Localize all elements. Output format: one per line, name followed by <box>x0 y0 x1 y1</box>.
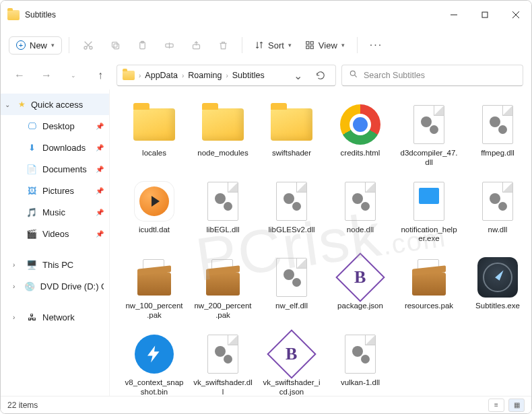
close-button[interactable] <box>500 1 531 29</box>
copy-button[interactable] <box>103 33 127 57</box>
file-grid: locales node_modules swiftshader credits… <box>122 99 525 396</box>
search-box[interactable]: Search Subtitles <box>341 65 523 86</box>
chevron-right-icon: › <box>139 72 141 79</box>
search-placeholder: Search Subtitles <box>364 71 425 80</box>
svg-rect-1 <box>482 12 488 18</box>
file-item[interactable]: credits.html <box>328 99 393 170</box>
sidebar-item-documents[interactable]: 📄 Documents 📌 <box>1 158 109 180</box>
sidebar-item-pictures[interactable]: 🖼 Pictures 📌 <box>1 180 109 201</box>
file-label: locales <box>142 149 166 158</box>
view-button[interactable]: View ▾ <box>300 37 350 54</box>
folder-icon <box>123 71 135 80</box>
file-item[interactable]: v8_context_snapshot.bin <box>122 329 187 396</box>
file-item[interactable]: nw_200_percent.pak <box>191 252 255 323</box>
file-item[interactable]: B package.json <box>328 252 393 323</box>
chevron-right-icon: › <box>226 72 228 79</box>
sidebar-item-label: Pictures <box>42 186 74 196</box>
icons-view-button[interactable]: ▦ <box>508 399 525 412</box>
more-button[interactable]: ··· <box>364 39 388 51</box>
svg-point-19 <box>350 71 355 75</box>
pak-icon <box>200 254 246 300</box>
file-item[interactable]: libEGL.dll <box>191 176 255 247</box>
quick-access-label: Quick access <box>31 100 83 110</box>
file-item[interactable]: node.dll <box>328 176 393 247</box>
dvd-item[interactable]: › 💿 DVD Drive (D:) CCCC <box>1 275 109 297</box>
status-bar: 22 items ≡ ▦ <box>1 396 531 413</box>
path-dropdown[interactable]: ⌄ <box>288 66 307 85</box>
file-label: Subtitles.exe <box>475 302 520 311</box>
file-item[interactable]: nw_100_percent.pak <box>122 252 187 323</box>
cut-button[interactable] <box>76 33 100 57</box>
svg-rect-9 <box>112 42 117 47</box>
quick-access-header[interactable]: ⌄ ★ Quick access <box>1 94 109 115</box>
forward-button[interactable]: → <box>36 65 57 86</box>
notif-icon <box>406 178 452 224</box>
maximize-button[interactable] <box>469 1 500 29</box>
minimize-button[interactable] <box>438 1 469 29</box>
back-button[interactable]: ← <box>9 65 30 86</box>
file-label: credits.html <box>341 149 380 158</box>
dll-icon <box>269 254 314 300</box>
breadcrumb-item[interactable]: Subtitles <box>232 71 265 80</box>
file-item[interactable]: d3dcompiler_47.dll <box>397 99 461 170</box>
details-view-button[interactable]: ≡ <box>488 399 504 412</box>
desktop-icon: 🖵 <box>26 120 37 131</box>
file-item[interactable]: vk_swiftshader.dll <box>191 329 255 396</box>
file-item[interactable]: icudtl.dat <box>122 176 187 247</box>
sidebar-item-label: Desktop <box>42 121 75 131</box>
file-label: node_modules <box>197 149 248 158</box>
file-content-area[interactable]: locales node_modules swiftshader credits… <box>110 90 531 396</box>
sidebar-item-downloads[interactable]: ⬇ Downloads 📌 <box>1 137 109 158</box>
chevron-down-icon: ⌄ <box>5 101 13 108</box>
pin-icon: 📌 <box>96 187 104 195</box>
file-label: nw_200_percent.pak <box>193 302 253 320</box>
breadcrumb-path[interactable]: › AppData › Roaming › Subtitles ⌄ <box>117 65 336 86</box>
file-label: d3dcompiler_47.dll <box>399 149 459 168</box>
file-item[interactable]: locales <box>122 99 187 170</box>
videos-icon: 🎬 <box>26 228 37 239</box>
file-item[interactable]: nw.dll <box>465 176 530 247</box>
delete-button[interactable] <box>211 33 235 57</box>
file-item[interactable]: node_modules <box>191 99 255 170</box>
new-button[interactable]: + New ▾ <box>9 36 62 55</box>
rename-button[interactable] <box>157 33 181 57</box>
file-item[interactable]: libGLESv2.dll <box>259 176 324 247</box>
share-button[interactable] <box>184 33 208 57</box>
dll-icon <box>406 102 452 147</box>
network-item[interactable]: › 🖧 Network <box>1 306 109 328</box>
up-button[interactable]: ↑ <box>90 65 111 86</box>
star-icon: ★ <box>18 100 26 109</box>
file-item[interactable]: vulkan-1.dll <box>328 329 393 396</box>
sort-label: Sort <box>268 40 284 50</box>
sort-button[interactable]: Sort ▾ <box>249 37 297 54</box>
breadcrumb-item[interactable]: AppData <box>145 71 178 80</box>
file-item[interactable]: swiftshader <box>259 99 324 170</box>
sidebar-item-music[interactable]: 🎵 Music 📌 <box>1 201 109 223</box>
refresh-button[interactable] <box>311 66 330 85</box>
sidebar: ⌄ ★ Quick access 🖵 Desktop 📌 ⬇ Downloads… <box>1 90 110 396</box>
sidebar-item-videos[interactable]: 🎬 Videos 📌 <box>1 223 109 244</box>
chevron-right-icon: › <box>13 283 19 290</box>
file-item[interactable]: Subtitles.exe <box>465 252 530 323</box>
file-item[interactable]: notification_helper.exe <box>397 176 461 247</box>
file-label: ffmpeg.dll <box>481 149 514 158</box>
file-label: nw.dll <box>488 226 508 235</box>
file-label: resources.pak <box>405 302 453 311</box>
file-item[interactable]: resources.pak <box>397 252 461 323</box>
breadcrumb-item[interactable]: Roaming <box>188 71 222 80</box>
pak-icon <box>131 254 177 300</box>
downloads-icon: ⬇ <box>26 142 37 153</box>
dll-icon <box>269 178 314 224</box>
sidebar-item-label: Videos <box>42 229 69 239</box>
chevron-right-icon: › <box>13 314 21 321</box>
disc-icon: 💿 <box>24 281 35 291</box>
sidebar-item-desktop[interactable]: 🖵 Desktop 📌 <box>1 115 109 137</box>
paste-button[interactable] <box>130 33 154 57</box>
file-item[interactable]: ffmpeg.dll <box>465 99 530 170</box>
recent-button[interactable]: ⌄ <box>63 65 84 86</box>
file-item[interactable]: B vk_swiftshader_icd.json <box>259 329 324 396</box>
dll-icon <box>200 178 246 224</box>
this-pc-item[interactable]: › 🖥️ This PC <box>1 254 109 275</box>
chevron-down-icon: ▾ <box>288 42 292 48</box>
file-item[interactable]: nw_elf.dll <box>259 252 324 323</box>
